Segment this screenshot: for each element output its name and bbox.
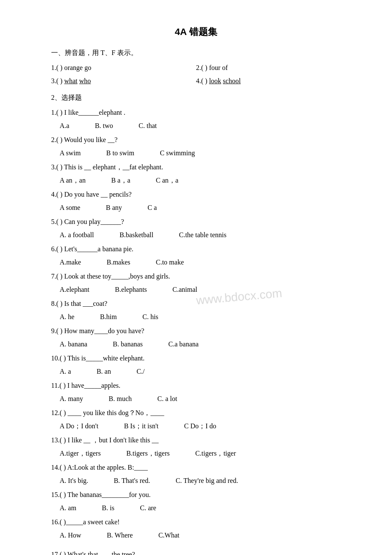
q15-block: 15.( ) The bananas________for you. A. am… (51, 489, 341, 514)
q16-options: A. How B. Where C.What (51, 529, 341, 541)
q14-options: A. It's big. B. That's red. C. They're b… (51, 475, 341, 486)
q13-block: 13.( ) I like __ ，but I don't like this … (51, 434, 341, 459)
q8-opt-c: C. his (142, 311, 158, 323)
q4-stem: 4.( ) Do you have __ pencils? (51, 189, 341, 201)
q3-opt-a: A an，an (60, 174, 86, 186)
q12-options: A Do；I don't B Is；it isn't C Do；I do (51, 420, 341, 432)
q9-opt-c: C.a banana (168, 338, 199, 350)
q7-stem: 7.( ) Look at these toy_____,boys and gi… (51, 270, 341, 283)
q7-block: 7.( ) Look at these toy_____,boys and gi… (51, 270, 341, 295)
q6-stem: 6.( ) Let's______a banana pie. (51, 243, 341, 256)
q11-opt-c: C. a lot (157, 393, 177, 404)
q17-stem: 17.( ) What's that____the tree?_________… (51, 549, 341, 555)
q15-stem: 15.( ) The bananas________for you. (51, 489, 341, 501)
q5-opt-c: C.the table tennis (179, 229, 227, 241)
q7-opt-b: B.elephants (115, 284, 147, 295)
q13-opt-a: A.tiger，tigers (60, 447, 101, 459)
section1-row1: 1.( ) orange go 2.( ) four of (51, 62, 341, 73)
q14-opt-b: B. That's red. (114, 475, 150, 486)
q14-stem: 14.( ) A:Look at the apples. B:____ (51, 462, 341, 474)
q10-block: 10.( ) This is_____white elephant. A. a … (51, 352, 341, 377)
q12-stem: 12.( ) ____ you like this dog？No，____ (51, 407, 341, 419)
q1-options: A.a B. two C. that (51, 120, 341, 131)
q13-opt-b: B.tigers，tigers (126, 447, 170, 459)
q8-opt-a: A. he (60, 311, 75, 323)
q1-opt-a: A.a (60, 120, 69, 131)
q16-block: 16.( )_____a sweet cake! A. How B. Where… (51, 516, 341, 541)
q9-options: A. banana B. bananas C.a banana (51, 338, 341, 350)
q10-opt-a: A. a (60, 366, 71, 377)
q10-options: A. a B. an C./ (51, 366, 341, 377)
q2-opt-b: B to swim (106, 147, 134, 159)
q4-block: 4.( ) Do you have __ pencils? A some B a… (51, 189, 341, 213)
section1-header: 一、辨音题，用 T、F 表示。 (51, 49, 341, 58)
q4-options: A some B any C a (51, 202, 341, 213)
q16-stem: 16.( )_____a sweet cake! (51, 516, 341, 529)
q2-opt-c: C swimming (160, 147, 195, 159)
q5-opt-a: A. a football (60, 229, 94, 241)
q13-opt-c: C.tigers，tiger (195, 447, 236, 459)
q11-block: 11.( ) I have_____apples. A. many B. muc… (51, 380, 341, 404)
q6-options: A.make B.makes C.to make (51, 256, 341, 268)
q1-stem: 1.( ) I like______elephant . (51, 107, 341, 119)
q16-opt-b: B. Where (107, 529, 133, 541)
q3-opt-c: C an，a (156, 174, 179, 186)
q5-options: A. a football B.basketball C.the table t… (51, 229, 341, 241)
q1-opt-b: B. two (95, 120, 113, 131)
q10-stem: 10.( ) This is_____white elephant. (51, 352, 341, 365)
q15-opt-b: B. is (102, 502, 114, 514)
q13-options: A.tiger，tigers B.tigers，tigers C.tigers，… (51, 447, 341, 459)
q11-opt-a: A. many (60, 393, 83, 404)
q5-opt-b: B.basketball (119, 229, 153, 241)
q6-block: 6.( ) Let's______a banana pie. A.make B.… (51, 243, 341, 268)
q3-word1: what (64, 77, 78, 84)
q8-options: A. he B.him C. his (51, 311, 341, 323)
q11-stem: 11.( ) I have_____apples. (51, 380, 341, 392)
q4-phonics-right: 4.( ) look school (196, 75, 341, 87)
q11-options: A. many B. much C. a lot (51, 393, 341, 404)
q14-block: 14.( ) A:Look at the apples. B:____ A. I… (51, 462, 341, 486)
q12-block: 12.( ) ____ you like this dog？No，____ A … (51, 407, 341, 432)
q14-opt-c: C. They're big and red. (176, 475, 238, 486)
q6-opt-a: A.make (60, 256, 81, 268)
q8-block: 8.( ) Is that ___coat? A. he B.him C. hi… (51, 298, 341, 323)
q15-opt-c: C. are (140, 502, 156, 514)
q6-opt-c: C.to make (156, 256, 184, 268)
q2-options: A swim B to swim C swimming (51, 147, 341, 159)
q8-stem: 8.( ) Is that ___coat? (51, 298, 341, 310)
q9-opt-a: A. banana (60, 338, 87, 350)
q17-block: 17.( ) What's that____the tree?_________… (51, 549, 341, 555)
q7-opt-c: C.animal (173, 284, 197, 295)
q3-word2: who (79, 77, 91, 84)
q2-phonics-right: 2.( ) four of (196, 62, 341, 73)
q4-word1: look (209, 77, 221, 84)
q12-opt-c: C Do；I do (184, 420, 216, 432)
section2-header: 2、选择题 (51, 93, 341, 102)
q8-opt-b: B.him (100, 311, 117, 323)
q9-stem: 9.( ) How many____do you have? (51, 325, 341, 337)
q10-opt-c: C./ (136, 366, 144, 377)
q16-opt-a: A. How (60, 529, 81, 541)
q4-word2: school (223, 77, 241, 84)
q9-block: 9.( ) How many____do you have? A. banana… (51, 325, 341, 350)
section1-row2: 3.( ) what who 4.( ) look school (51, 75, 341, 87)
page-title: 4A 错题集 (51, 26, 341, 38)
q16-opt-c: C.What (159, 529, 179, 541)
q1-opt-c: C. that (138, 120, 157, 131)
q9-opt-b: B. bananas (113, 338, 143, 350)
q6-opt-b: B.makes (107, 256, 130, 268)
q3-phonics-left: 3.( ) what who (51, 75, 196, 87)
q5-stem: 5.( ) Can you play______? (51, 216, 341, 228)
q3-opt-b: B a，a (111, 174, 130, 186)
q4-opt-b: B any (106, 202, 122, 213)
q7-opt-a: A.elephant (60, 284, 89, 295)
q13-stem: 13.( ) I like __ ，but I don't like this … (51, 434, 341, 447)
q10-opt-b: B. an (97, 366, 111, 377)
q14-opt-a: A. It's big. (60, 475, 88, 486)
q15-options: A. am B. is C. are (51, 502, 341, 514)
q4-opt-a: A some (60, 202, 80, 213)
q7-options: A.elephant B.elephants C.animal (51, 284, 341, 295)
q2-opt-a: A swim (60, 147, 81, 159)
q2-stem: 2.( ) Would you like __? (51, 134, 341, 146)
q12-opt-a: A Do；I don't (60, 420, 98, 432)
